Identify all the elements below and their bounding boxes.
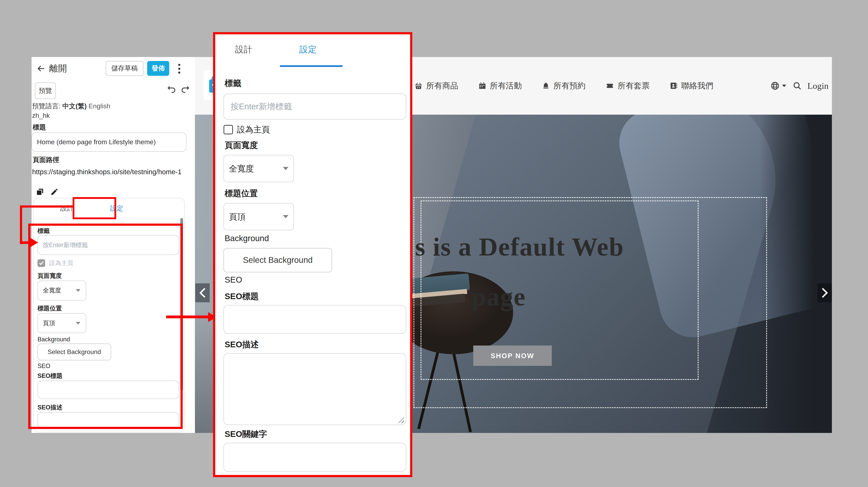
preview-button[interactable]: 預覽 [35,83,56,99]
leave-button[interactable]: 離開 [36,63,67,74]
nav-item-all-events[interactable]: 所有活動 [478,80,522,91]
nav-item-label: 所有預約 [553,80,586,91]
language-globe-button[interactable] [770,81,787,91]
chevron-down-icon [283,167,288,170]
history-controls [167,85,190,94]
page-width-label: 頁面寬度 [225,140,258,151]
annotation-arrowhead [30,238,38,247]
annotation-box-settings-form [28,223,183,429]
bell-icon [542,81,550,90]
seo-title-label: SEO標題 [225,291,259,302]
language-en-option[interactable]: English [89,102,110,110]
globe-icon [770,81,780,91]
seo-title-input[interactable] [223,305,406,334]
block-selection-outline-inner[interactable] [421,201,699,380]
search-icon[interactable] [793,81,802,91]
hero-dark-edge [759,115,832,433]
hero-title-line1: s is a Default Web [415,232,624,262]
set-home-checkbox-unchecked[interactable] [223,125,233,134]
shop-now-button[interactable]: SHOP NOW [473,345,552,366]
copy-icon[interactable] [36,188,44,196]
login-link[interactable]: Login [807,81,829,91]
preview-language-line: 預覽語言: 中文(繁) English [32,102,110,111]
page-width-select[interactable]: 全寬度 [223,155,294,182]
page-path-value: https://staging.thinkshops.io/site/testn… [32,166,188,177]
nav-item-label: 所有商品 [426,80,458,91]
ticket-icon [606,82,614,90]
locale-code: zh_hk [32,112,50,119]
annotation-box-settings-tab [72,197,116,219]
redo-icon[interactable] [181,85,190,94]
carousel-prev-button[interactable] [195,283,210,302]
more-menu-icon[interactable] [175,63,183,75]
page-title-input[interactable] [32,132,187,152]
nav-item-all-products[interactable]: 所有商品 [414,80,458,91]
nav-item-all-passes[interactable]: 所有套票 [606,80,650,91]
edit-pencil-icon[interactable] [50,188,59,196]
seo-keywords-label: SEO關鍵字 [225,428,267,439]
page-width-value: 全寬度 [229,163,254,174]
seo-desc-textarea[interactable] [223,353,406,425]
save-draft-button[interactable]: 儲存草稿 [106,61,144,76]
settings-popup: 設計 設定 標籤 設為主頁 頁面寬度 全寬度 標題位置 頁頂 Backgroun… [213,32,412,477]
tag-input[interactable] [223,94,406,120]
contact-card-icon [670,81,678,90]
seo-desc-label: SEO描述 [225,339,259,350]
select-background-button[interactable]: Select Background [223,248,332,272]
nav-item-label: 所有活動 [490,80,522,91]
hero-title-line2: page [471,282,526,312]
active-tab-underline [280,65,342,67]
page-title-label: 標題 [33,123,46,132]
leave-label: 離開 [49,63,67,74]
title-position-select[interactable]: 頁頂 [223,203,294,230]
tab-design-popup[interactable]: 設計 [235,43,252,55]
chevron-down-icon [782,85,786,87]
background-label: Background [225,234,269,243]
basket-icon [414,81,423,90]
site-nav-right: Login [770,57,829,115]
chevron-left-icon [199,287,206,298]
chevron-down-icon [283,215,288,218]
screenshot-canvas: 離開 儲存草稿 發佈 預覽 預覽語言: 中文(繁) English zh_hk … [0,0,868,487]
annotation-line [20,205,22,244]
nav-item-all-bookings[interactable]: 所有預約 [542,80,586,91]
resize-grip-icon[interactable] [398,417,404,423]
back-arrow-icon [36,64,46,73]
nav-item-label: 聯絡我們 [681,80,713,91]
undo-icon[interactable] [167,85,176,94]
tag-label: 標籤 [225,78,241,89]
set-home-label: 設為主頁 [237,124,270,135]
title-position-value: 頁頂 [229,211,245,222]
publish-button[interactable]: 發佈 [147,61,169,76]
nav-item-contact-us[interactable]: 聯絡我們 [670,80,713,91]
tab-settings-popup[interactable]: 設定 [300,43,317,55]
preview-language-label: 預覽語言: [32,102,61,110]
nav-item-label: 所有套票 [618,80,650,91]
annotation-line [20,205,73,208]
seo-section-label: SEO [225,275,242,284]
title-position-label: 標題位置 [225,188,258,199]
annotation-line [22,241,31,244]
carousel-next-button[interactable] [817,283,832,302]
chevron-right-icon [821,287,828,298]
calendar-icon [478,81,487,90]
annotation-connector-line [166,315,210,318]
page-path-label: 頁面路徑 [33,155,59,164]
path-action-icons [36,188,59,196]
set-home-row: 設為主頁 [223,124,270,135]
site-nav-links: 所有商品 所有活動 所有預約 [414,57,713,115]
seo-keywords-input[interactable] [223,443,406,471]
language-zh-option[interactable]: 中文(繁) [62,102,87,110]
